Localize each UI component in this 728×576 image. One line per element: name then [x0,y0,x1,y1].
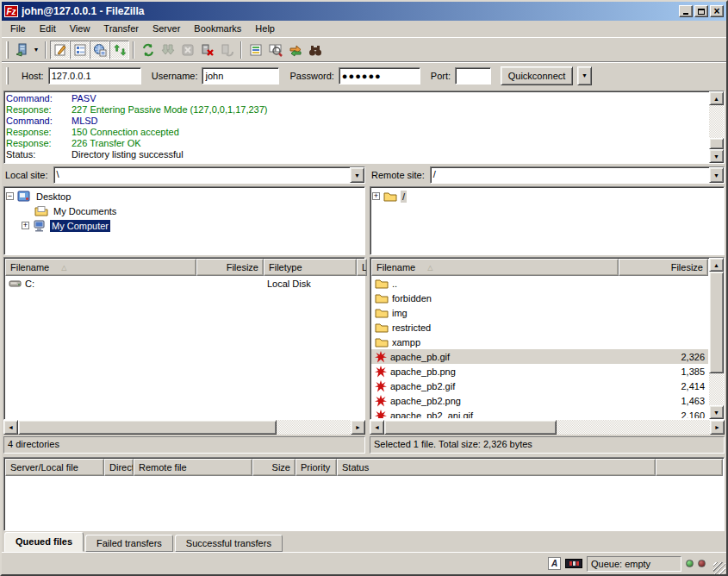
scroll-up-icon[interactable]: ▲ [709,258,724,272]
scroll-up-icon[interactable]: ▲ [709,91,724,105]
column-filetype[interactable]: Filetype [264,259,357,276]
tree-item-my-documents[interactable]: My Documents [6,203,363,218]
toggle-remote-tree-button[interactable] [90,41,109,59]
tab-failed-transfers[interactable]: Failed transfers [85,535,173,552]
remote-file-row[interactable]: apache_pb2_ani.gif 2,160 [371,408,708,418]
chevron-down-icon[interactable]: ▼ [709,167,724,183]
column-priority[interactable]: Priority [296,459,337,476]
remote-file-row[interactable]: apache_pb.png 1,385 [371,364,708,379]
site-manager-dropdown[interactable]: ▼ [31,41,41,59]
remote-file-row[interactable]: apache_pb2.png 1,463 [371,393,708,408]
queue-status-text: Queue: empty [587,556,681,572]
remote-site-label: Remote site: [370,170,430,180]
column-direction[interactable]: Directi... [104,459,134,476]
chevron-down-icon[interactable]: ▼ [350,167,364,183]
remote-site-combo[interactable]: / ▼ [430,166,725,184]
port-input[interactable] [455,67,491,85]
remote-pane: Remote site: / ▼ + / Filename△ Filesize [370,166,725,454]
remote-horizontal-scrollbar[interactable]: ◄ ► [370,420,725,435]
tree-item-root[interactable]: + / [372,189,722,203]
reconnect-button[interactable] [217,41,237,59]
cancel-icon [181,43,195,57]
quickconnect-button[interactable]: Quickconnect [501,66,573,85]
title-bar: Fz john@127.0.0.1 - FileZilla × [2,2,726,21]
tab-queued-files[interactable]: Queued files [4,532,84,552]
maximize-button[interactable] [694,5,708,17]
scroll-left-icon[interactable]: ◄ [370,420,384,435]
column-server-local-file[interactable]: Server/Local file [5,459,104,476]
column-filesize[interactable]: Filesize [196,259,264,276]
compare-button[interactable] [265,41,285,59]
tree-item-desktop[interactable]: − Desktop [6,189,363,203]
find-files-button[interactable] [305,41,325,59]
menu-server[interactable]: Server [146,22,187,35]
host-input[interactable] [48,67,141,85]
column-filename[interactable]: Filename△ [5,259,196,276]
window-title: john@127.0.0.1 - FileZilla [22,5,677,17]
remote-file-row[interactable]: restricted [371,320,708,335]
remote-file-row[interactable]: xampp [371,335,708,349]
menu-view[interactable]: View [63,22,97,35]
column-status[interactable]: Status [337,459,656,476]
quickconnect-dropdown[interactable]: ▼ [577,66,592,85]
refresh-button[interactable] [138,41,158,59]
menu-file[interactable]: File [3,22,33,35]
cancel-button[interactable] [177,41,197,59]
username-input[interactable] [202,67,279,85]
apache-file-icon [375,395,387,407]
scroll-down-icon[interactable]: ▼ [709,405,724,419]
local-site-combo[interactable]: \ ▼ [53,166,365,184]
menu-transfer[interactable]: Transfer [96,22,146,35]
column-remote-file[interactable]: Remote file [134,459,252,476]
toggle-queue-button[interactable] [109,41,129,59]
remote-file-row[interactable]: forbidden [371,291,708,305]
toggle-message-log-button[interactable] [50,41,70,59]
menu-edit[interactable]: Edit [33,22,63,35]
column-last-modified[interactable]: L [357,259,367,276]
synchronized-browsing-button[interactable] [285,41,305,59]
password-input[interactable] [339,67,420,85]
expand-icon[interactable]: + [372,192,380,200]
column-filesize[interactable]: Filesize [619,259,708,276]
scrollbar-thumb[interactable] [709,138,724,149]
close-icon: × [713,7,719,16]
scrollbar-thumb[interactable] [18,420,277,435]
tree-item-my-computer[interactable]: + My Computer [6,218,363,233]
remote-file-row[interactable]: img [371,305,708,320]
scroll-right-icon[interactable]: ► [710,420,725,435]
queue-body[interactable] [5,476,723,529]
menu-bookmarks[interactable]: Bookmarks [187,22,248,35]
resize-grip-icon[interactable] [713,562,725,574]
scroll-down-icon[interactable]: ▼ [709,149,724,163]
toggle-local-tree-button[interactable] [70,41,90,59]
scrollbar-thumb[interactable] [709,272,724,373]
scrollbar-thumb[interactable] [384,420,557,435]
tab-successful-transfers[interactable]: Successful transfers [175,535,283,552]
scroll-right-icon[interactable]: ► [351,420,365,435]
local-horizontal-scrollbar[interactable]: ◄ ► [3,420,365,435]
local-file-row[interactable]: C: Local Disk [5,276,364,291]
scroll-left-icon[interactable]: ◄ [3,420,18,435]
remote-file-row[interactable]: .. [371,276,708,291]
minimize-button[interactable] [679,5,693,17]
remote-vertical-scrollbar[interactable]: ▲ ▼ [709,258,724,419]
column-size[interactable]: Size [252,459,296,476]
disconnect-button[interactable] [197,41,217,59]
column-filename[interactable]: Filename△ [371,259,619,276]
filter-button[interactable] [246,41,265,59]
local-list-header: Filename△ Filesize Filetype L [5,259,364,276]
log-vertical-scrollbar[interactable]: ▲ ▼ [709,91,724,163]
remote-file-row[interactable]: apache_pb2.gif 2,414 [371,379,708,393]
menu-help[interactable]: Help [248,22,282,35]
site-manager-button[interactable] [11,41,31,59]
expand-icon[interactable]: + [22,222,29,229]
password-label: Password: [289,71,333,81]
process-queue-button[interactable] [158,41,177,59]
remote-file-row-selected[interactable]: apache_pb.gif 2,326 [371,349,708,364]
local-site-value: \ [54,167,350,183]
close-button[interactable]: × [710,5,724,17]
collapse-icon[interactable]: − [6,192,14,200]
toolbar-separator [133,41,134,59]
speed-limit-icon[interactable] [565,559,582,568]
transfer-type-icon[interactable]: A [548,557,561,570]
